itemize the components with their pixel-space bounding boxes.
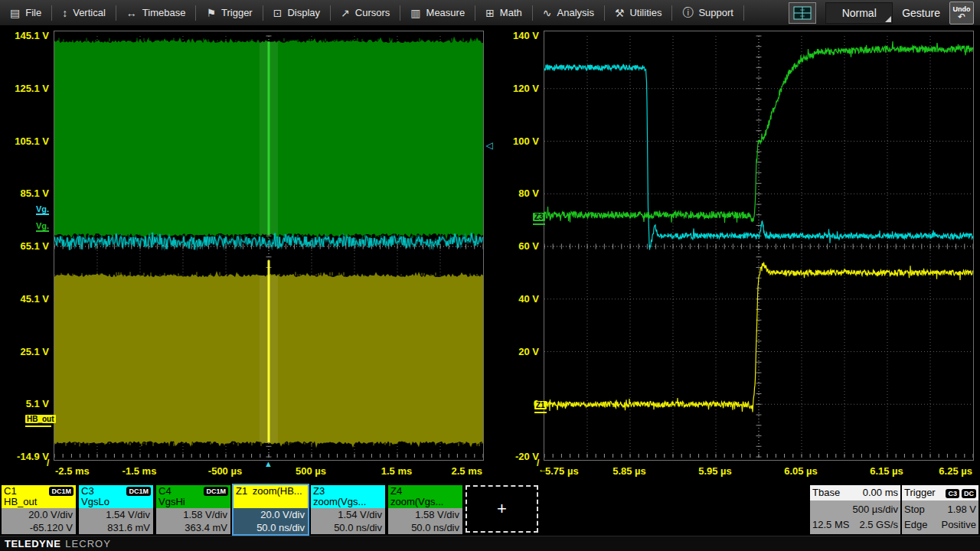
- tile-value-row: 20.0 V/div: [5, 508, 73, 521]
- menu-item-analysis[interactable]: ∿Analysis: [533, 0, 604, 25]
- zoom-tile-z3[interactable]: Z3 zoom(Vgs...1.54 V/div50.0 ns/div: [311, 485, 385, 534]
- timebase-rate: 2.5 GS/s: [859, 517, 898, 533]
- menu-item-measure[interactable]: ▥Measure: [400, 0, 475, 25]
- zoom-x-label-1: 5.85 µs: [612, 465, 646, 477]
- trigger-time-marker[interactable]: ▲: [264, 459, 273, 468]
- zoom-plot-x-axis: / ← 5.75 µs5.85 µs5.95 µs6.05 µs6.15 µs6…: [544, 464, 974, 479]
- trigger-kind: Edge: [904, 517, 927, 533]
- zoom-tile-z4[interactable]: Z4 zoom(Vgs...1.58 V/div50.0 ns/div: [388, 485, 462, 534]
- vgslo-trace-label[interactable]: Vg.: [36, 204, 49, 215]
- coupling-badge: DC1M: [126, 487, 151, 496]
- menu-right-group: Normal Gesture Undo ↶: [789, 2, 980, 24]
- main-x-label-1: -1.5 ms: [122, 465, 157, 477]
- display-mode-dropdown[interactable]: Normal: [825, 2, 893, 24]
- menu-item-label: Timebase: [142, 7, 186, 18]
- menu-item-label: Utilities: [629, 7, 662, 18]
- undo-arrow-icon: ↶: [958, 13, 965, 21]
- info-icon: ⓘ: [682, 6, 693, 20]
- menu-item-timebase[interactable]: ↔Timebase: [116, 0, 196, 25]
- menu-item-label: Display: [287, 7, 320, 18]
- z1-trace-badge[interactable]: Z1: [534, 397, 547, 413]
- zoom-x-label-0: 5.75 µs: [545, 465, 579, 477]
- channel-tile-c4[interactable]: C4DC1MVgsHi1.58 V/div363.4 mV: [156, 485, 230, 534]
- trigger-level: 1.98 V: [947, 502, 976, 517]
- channel-tile-c1[interactable]: C1DC1MHB_out20.0 V/div-65.120 V: [2, 485, 76, 534]
- display-mode-label: Normal: [842, 7, 877, 19]
- zoom-y-label-4: 60 V: [518, 240, 539, 252]
- logo-bar: TELEDYNE LECROY: [0, 536, 980, 551]
- tile-value-row: 50.0 ns/div: [314, 521, 382, 534]
- vgshi-trace-label[interactable]: Vg.: [36, 221, 49, 232]
- z3-trace-badge[interactable]: Z3: [533, 209, 545, 225]
- menu-item-label: Vertical: [73, 7, 106, 18]
- main-y-label-4: 65.1 V: [20, 240, 49, 252]
- trigger-label: Trigger: [904, 485, 936, 500]
- menu-item-math[interactable]: ⊞Math: [475, 0, 532, 25]
- main-y-label-6: 25.1 V: [20, 345, 49, 357]
- trigger-mode: Stop: [904, 502, 925, 517]
- menu-item-label: File: [25, 7, 41, 18]
- main-y-label-3: 85.1 V: [20, 187, 49, 199]
- zoom-name: Z1 zoom(HB...: [236, 486, 302, 497]
- zoom-tile-z1[interactable]: Z1 zoom(HB...20.0 V/div50.0 ns/div: [234, 485, 308, 534]
- main-x-label-5: 2.5 ms: [452, 465, 482, 477]
- analysis-wave-icon: ∿: [543, 7, 552, 19]
- logo-teledyne: TELEDYNE: [5, 538, 60, 549]
- main-x-label-4: 1.5 ms: [381, 465, 412, 477]
- channel-tile-c3[interactable]: C3DC1MVgsLo1.54 V/div831.6 mV: [79, 485, 153, 534]
- zoom-x-label-2: 5.95 µs: [698, 465, 732, 477]
- main-x-label-3: 500 µs: [296, 465, 326, 477]
- zoom-y-label-5: 40 V: [518, 292, 539, 304]
- zoom-y-label-0: 140 V: [513, 30, 539, 41]
- menu-item-file[interactable]: ▤File: [0, 0, 51, 25]
- main-y-label-1: 125.1 V: [15, 82, 49, 93]
- tile-value-row: 1.58 V/div: [391, 508, 459, 521]
- trigger-slope: Positive: [941, 517, 976, 533]
- tile-value-row: 363.4 mV: [159, 521, 227, 534]
- tile-value-row: 20.0 V/div: [237, 508, 305, 521]
- menu-item-cursors[interactable]: ↗Cursors: [331, 0, 400, 25]
- channel-id: C3: [81, 486, 94, 497]
- grid-display-button[interactable]: [789, 2, 816, 24]
- measure-icon: ▥: [410, 7, 420, 19]
- trigger-coupling-badge: DC: [962, 489, 976, 498]
- menu-item-display[interactable]: ⊡Display: [263, 0, 330, 25]
- timebase-tile[interactable]: Tbase 0.00 ms 500 µs/div 12.5 MS 2.5 GS/…: [810, 485, 900, 534]
- timebase-scale: 500 µs/div: [852, 502, 898, 517]
- zoom-x-label-3: 6.05 µs: [784, 465, 818, 477]
- zoom-plot-waveforms: [544, 31, 973, 460]
- menu-item-label: Analysis: [557, 7, 594, 18]
- channel-name: HB_out: [4, 497, 74, 507]
- oscilloscope-screen: ▤File↕Vertical↔Timebase⚑Trigger⊡Display↗…: [0, 0, 980, 551]
- menu-item-support[interactable]: ⓘSupport: [672, 0, 743, 25]
- menu-item-label: Support: [698, 7, 733, 18]
- trigger-tile[interactable]: Trigger C3 DC Stop 1.98 V Edge Positive: [902, 485, 978, 534]
- zoom-plot-y-axis: 140 V120 V100 V80 V60 V40 V20 V0-20 V: [492, 31, 541, 461]
- main-plot[interactable]: Vg. Vg. HB_out ◁: [54, 31, 484, 461]
- utilities-tools-icon: ⚒: [615, 7, 625, 19]
- zoom-name: Z4 zoom(Vgs...: [390, 486, 460, 507]
- add-trace-button[interactable]: +: [466, 485, 538, 533]
- vertical-arrows-icon: ↕: [62, 7, 67, 19]
- tile-value-row: 1.58 V/div: [159, 508, 227, 521]
- undo-button[interactable]: Undo ↶: [949, 2, 974, 24]
- channel-name: VgsHi: [158, 497, 228, 507]
- hb-out-trace-badge[interactable]: HB_out: [25, 411, 56, 427]
- tile-value-row: 50.0 ns/div: [391, 521, 459, 534]
- main-plot-x-axis: / ▲ -2.5 ms-1.5 ms-500 µs500 µs1.5 ms2.5…: [54, 464, 484, 479]
- tile-value-row: 1.54 V/div: [82, 508, 150, 521]
- file-icon: ▤: [10, 7, 20, 19]
- menu-item-label: Math: [500, 7, 522, 18]
- main-plot-waveforms: [54, 31, 483, 460]
- zoom-plot[interactable]: Z3 Z1: [544, 31, 974, 461]
- coupling-badge: DC1M: [49, 487, 74, 496]
- menu-item-vertical[interactable]: ↕Vertical: [52, 0, 116, 25]
- dropdown-corner-icon: [885, 16, 891, 22]
- menu-bar: ▤File↕Vertical↔Timebase⚑Trigger⊡Display↗…: [0, 0, 980, 26]
- gesture-label[interactable]: Gesture: [902, 7, 940, 19]
- cursor-arrow-icon: ↗: [341, 7, 350, 19]
- menu-item-trigger[interactable]: ⚑Trigger: [196, 0, 262, 25]
- math-grid-icon: ⊞: [485, 7, 495, 19]
- menu-item-utilities[interactable]: ⚒Utilities: [605, 0, 671, 25]
- trigger-flag-icon: ⚑: [206, 7, 216, 19]
